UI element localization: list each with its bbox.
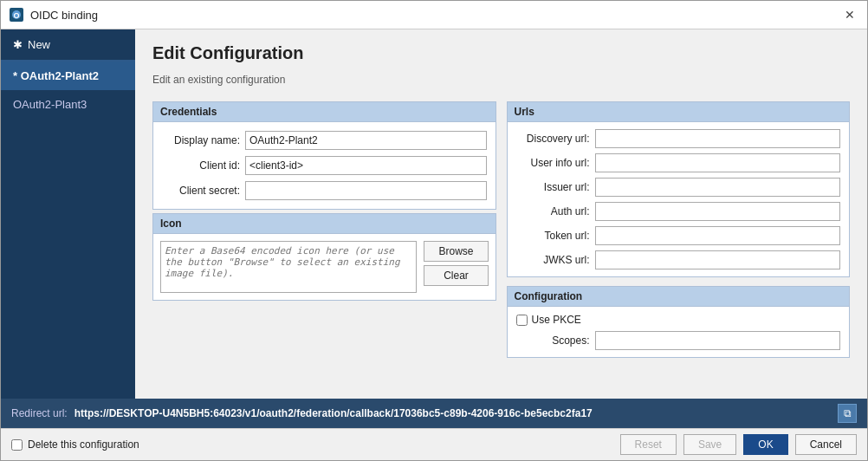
save-button[interactable]: Save (683, 434, 736, 455)
delete-checkbox[interactable] (11, 439, 23, 451)
credentials-body: Display name: Client id: Client secret: (152, 122, 496, 210)
new-button[interactable]: ✱ New (1, 29, 135, 61)
scopes-input[interactable] (595, 331, 841, 350)
window: O OIDC binding ✕ ✱ New * OAuth2-Plant2 O… (0, 0, 868, 461)
close-button[interactable]: ✕ (841, 6, 858, 23)
user-info-url-label: User info url: (516, 157, 590, 169)
token-url-label: Token url: (516, 230, 590, 242)
client-id-input[interactable] (245, 156, 487, 175)
footer: Delete this configuration Reset Save OK … (1, 428, 867, 460)
two-col-layout: Credentials Display name: Client id: Cli… (152, 101, 850, 385)
icon-textarea[interactable] (160, 241, 417, 293)
issuer-url-row: Issuer url: (516, 178, 841, 197)
icon-buttons: Browse Clear (424, 241, 488, 286)
scopes-label: Scopes: (516, 334, 590, 347)
sidebar-item-label-0: * OAuth2-Plant2 (13, 69, 99, 82)
ok-button[interactable]: OK (743, 434, 787, 455)
client-secret-label: Client secret: (162, 185, 240, 197)
credentials-header: Credentials (152, 101, 496, 122)
copy-button[interactable]: ⧉ (838, 404, 857, 423)
client-id-label: Client id: (162, 159, 240, 172)
use-pkce-row: Use PKCE (516, 314, 841, 326)
title-bar-left: O OIDC binding (10, 8, 98, 22)
title-bar: O OIDC binding ✕ (1, 1, 867, 29)
icon-header: Icon (152, 213, 496, 234)
config-body: Use PKCE Scopes: (507, 307, 851, 358)
urls-body: Discovery url: User info url: Issuer url… (507, 122, 851, 277)
window-title: OIDC binding (30, 9, 98, 22)
page-subtitle: Edit an existing configuration (152, 74, 850, 86)
footer-left: Delete this configuration (11, 438, 139, 451)
main-content: ✱ New * OAuth2-Plant2 OAuth2-Plant3 Edit… (1, 29, 867, 399)
footer-right: Reset Save OK Cancel (620, 434, 857, 455)
discovery-url-input[interactable] (595, 129, 841, 148)
auth-url-input[interactable] (595, 202, 841, 221)
page-title: Edit Configuration (152, 43, 850, 63)
display-name-label: Display name: (162, 134, 240, 146)
urls-panel: Urls Discovery url: User info url: Issue… (507, 101, 851, 385)
use-pkce-label: Use PKCE (532, 314, 581, 326)
content-area: Edit Configuration Edit an existing conf… (135, 29, 867, 399)
sidebar-item-oauth2plant3[interactable]: OAuth2-Plant3 (1, 90, 135, 119)
issuer-url-label: Issuer url: (516, 181, 590, 193)
client-secret-input[interactable] (245, 181, 487, 200)
redirect-label: Redirect url: (11, 407, 68, 419)
oidc-icon: O (10, 8, 23, 22)
cancel-button[interactable]: Cancel (795, 434, 857, 455)
use-pkce-checkbox[interactable] (516, 315, 528, 326)
discovery-url-row: Discovery url: (516, 129, 841, 148)
sidebar-item-label-1: OAuth2-Plant3 (13, 98, 87, 111)
display-name-input[interactable] (245, 131, 487, 150)
browse-button[interactable]: Browse (424, 241, 488, 262)
display-name-row: Display name: (162, 131, 487, 150)
new-icon: ✱ (13, 38, 23, 51)
reset-button[interactable]: Reset (620, 434, 677, 455)
jwks-url-label: JWKS url: (516, 254, 590, 266)
jwks-url-input[interactable] (595, 250, 841, 269)
copy-icon: ⧉ (844, 407, 852, 419)
credentials-panel: Credentials Display name: Client id: Cli… (152, 101, 496, 385)
client-secret-row: Client secret: (162, 181, 487, 200)
config-header: Configuration (507, 286, 851, 307)
user-info-url-row: User info url: (516, 153, 841, 172)
discovery-url-label: Discovery url: (516, 133, 590, 145)
issuer-url-input[interactable] (595, 178, 841, 197)
config-section: Configuration Use PKCE Scopes: (507, 286, 851, 358)
jwks-url-row: JWKS url: (516, 250, 841, 269)
urls-header: Urls (507, 101, 851, 122)
svg-text:O: O (13, 11, 19, 20)
sidebar-item-oauth2plant2[interactable]: * OAuth2-Plant2 (1, 62, 135, 90)
user-info-url-input[interactable] (595, 153, 841, 172)
sidebar: ✱ New * OAuth2-Plant2 OAuth2-Plant3 (1, 29, 135, 399)
new-label: New (28, 38, 50, 51)
icon-body: Browse Clear (152, 234, 496, 301)
scopes-row: Scopes: (516, 331, 841, 350)
auth-url-row: Auth url: (516, 202, 841, 221)
auth-url-label: Auth url: (516, 205, 590, 218)
clear-button[interactable]: Clear (424, 265, 488, 286)
icon-section: Icon Browse Clear (152, 213, 496, 301)
token-url-row: Token url: (516, 226, 841, 245)
redirect-url-text: https://DESKTOP-U4N5BH5:64023/v1/oauth2/… (74, 407, 831, 419)
redirect-bar: Redirect url: https://DESKTOP-U4N5BH5:64… (1, 399, 867, 428)
token-url-input[interactable] (595, 226, 841, 245)
delete-label: Delete this configuration (28, 438, 139, 451)
client-id-row: Client id: (162, 156, 487, 175)
